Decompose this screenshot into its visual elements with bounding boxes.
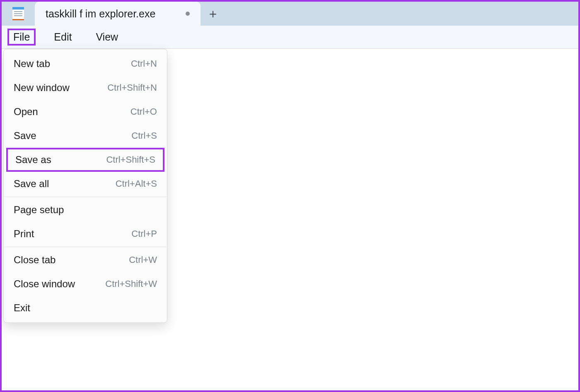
menu-item-shortcut: Ctrl+S [131, 130, 157, 141]
menu-item-shortcut: Ctrl+W [129, 255, 157, 265]
menu-item-shortcut: Ctrl+Alt+S [116, 178, 157, 189]
menu-item-shortcut: Ctrl+Shift+N [107, 82, 157, 93]
menu-item-label: New tab [14, 58, 131, 70]
menu-item-shortcut: Ctrl+Shift+S [106, 154, 155, 165]
menu-edit[interactable]: Edit [48, 29, 77, 46]
menu-item-label: Print [14, 228, 131, 240]
menu-item-save-as[interactable]: Save asCtrl+Shift+S [6, 148, 164, 172]
menu-item-label: Page setup [14, 204, 157, 216]
menu-item-page-setup[interactable]: Page setup [4, 198, 167, 222]
menu-item-shortcut: Ctrl+O [130, 106, 157, 117]
menu-item-label: Exit [14, 302, 157, 314]
menu-item-close-window[interactable]: Close windowCtrl+Shift+W [4, 272, 167, 296]
menu-view[interactable]: View [90, 29, 124, 46]
menu-item-shortcut: Ctrl+N [131, 58, 157, 69]
new-tab-button[interactable]: ＋ [201, 2, 225, 26]
tab-strip: taskkill f im explorer.exe ＋ [2, 2, 578, 26]
menu-item-exit[interactable]: Exit [4, 296, 167, 320]
document-tab[interactable]: taskkill f im explorer.exe [35, 2, 201, 26]
menu-item-label: New window [14, 82, 107, 94]
menu-item-label: Save [14, 130, 131, 142]
notepad-icon [2, 2, 35, 26]
plus-icon: ＋ [207, 5, 219, 22]
menu-item-new-tab[interactable]: New tabCtrl+N [4, 52, 167, 76]
menu-item-shortcut: Ctrl+P [131, 228, 157, 239]
menu-item-shortcut: Ctrl+Shift+W [105, 279, 157, 289]
tab-title: taskkill f im explorer.exe [46, 8, 177, 20]
menu-item-label: Close tab [14, 254, 129, 266]
menu-item-save[interactable]: SaveCtrl+S [4, 124, 167, 148]
menu-bar: File Edit View [2, 26, 578, 49]
file-dropdown-menu: New tabCtrl+NNew windowCtrl+Shift+NOpenC… [3, 49, 167, 323]
menu-item-label: Save as [15, 154, 106, 166]
menu-item-label: Open [14, 106, 130, 118]
menu-separator [4, 197, 167, 197]
menu-item-label: Close window [14, 278, 105, 290]
menu-item-open[interactable]: OpenCtrl+O [4, 100, 167, 124]
menu-item-close-tab[interactable]: Close tabCtrl+W [4, 248, 167, 272]
menu-item-save-all[interactable]: Save allCtrl+Alt+S [4, 172, 167, 196]
menu-item-label: Save all [14, 178, 116, 190]
menu-item-new-window[interactable]: New windowCtrl+Shift+N [4, 76, 167, 100]
menu-item-print[interactable]: PrintCtrl+P [4, 222, 167, 246]
menu-file[interactable]: File [7, 29, 36, 46]
menu-separator [4, 247, 167, 247]
unsaved-indicator-icon [186, 12, 190, 16]
